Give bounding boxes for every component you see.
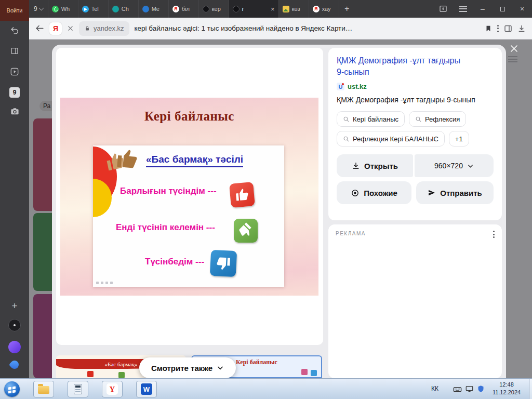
new-tab-button[interactable]: + xyxy=(339,0,355,18)
tab-site-1[interactable]: Ch xyxy=(109,0,139,18)
windows-taskbar: Y W КК 12:48 11.12.2024 xyxy=(0,378,532,399)
side-panel-icon[interactable] xyxy=(0,47,29,55)
start-button[interactable] xyxy=(4,381,20,397)
similar-button[interactable]: Похожие xyxy=(337,181,411,204)
thumbnail-detail xyxy=(301,369,308,375)
chevron-down-icon xyxy=(38,6,44,11)
search-icon xyxy=(415,116,422,123)
taskbar-yandex-button[interactable]: Y xyxy=(102,381,123,397)
tab-telegram[interactable]: Tel xyxy=(78,0,109,18)
related-queries: Кері байланыс Рефлексия Рефлекция Кері Б… xyxy=(337,111,494,147)
taskbar-calculator-button[interactable] xyxy=(68,381,88,397)
host-text: yandex.kz xyxy=(94,24,124,32)
resolution-select[interactable]: 960×720 xyxy=(415,154,494,177)
tab-close-icon[interactable]: × xyxy=(271,5,275,13)
services-icon[interactable] xyxy=(0,319,29,331)
chip-label: Рефлекция Кері БАЛАНЫС xyxy=(353,135,438,143)
image-viewer: Кері байланыс «Бас бармақ» тәсілі Барлығ… xyxy=(52,45,506,378)
maximize-button[interactable] xyxy=(493,0,512,18)
notifications-badge[interactable]: 9 xyxy=(0,87,29,98)
word-icon: W xyxy=(141,383,152,395)
tab-site-2[interactable]: Me xyxy=(139,0,169,18)
telegram-icon xyxy=(82,6,89,12)
folder-icon xyxy=(38,386,49,394)
related-query-chip[interactable]: Кері байланыс xyxy=(337,111,405,127)
chip-label: Кері байланыс xyxy=(353,115,398,123)
taskbar-word-button[interactable]: W xyxy=(136,381,157,397)
download-icon[interactable] xyxy=(517,24,526,33)
tab-label: кер xyxy=(212,6,221,12)
url-host-pill[interactable]: yandex.kz xyxy=(79,21,129,36)
back-button[interactable] xyxy=(35,24,44,33)
open-button[interactable]: Открыть xyxy=(337,154,413,177)
images-site-icon xyxy=(283,6,289,12)
tab-site-3[interactable]: кер xyxy=(199,0,229,18)
chevron-down-icon xyxy=(217,364,224,371)
search-icon xyxy=(343,136,350,142)
viewer-close-icon[interactable] xyxy=(509,44,519,54)
hamburger-menu-icon xyxy=(508,56,517,64)
thumbnail-detail xyxy=(311,370,317,376)
tab-label: Me xyxy=(152,6,159,12)
watermark-icons xyxy=(96,282,113,284)
tab-counter-button[interactable]: 9 xyxy=(29,0,48,18)
downloads-panel-icon[interactable] xyxy=(433,0,453,18)
chip-label: Рефлексия xyxy=(425,115,460,123)
show-desktop-button[interactable] xyxy=(529,379,532,399)
open-label: Открыть xyxy=(364,162,398,170)
tab-whatsapp[interactable]: Wh xyxy=(48,0,78,18)
download-icon xyxy=(352,162,360,170)
ad-menu-icon[interactable] xyxy=(493,231,495,238)
keyboard-icon[interactable] xyxy=(453,385,462,394)
tab-label: г xyxy=(242,6,244,12)
source-site-name: ust.kz xyxy=(348,83,367,90)
shield-icon[interactable] xyxy=(477,385,485,393)
related-query-chip[interactable]: Рефлекция Кері БАЛАНЫС xyxy=(337,131,445,147)
display-icon[interactable] xyxy=(466,385,473,393)
related-query-chip[interactable]: Рефлексия xyxy=(409,111,466,127)
tab-yandex-2[interactable]: хау xyxy=(309,0,339,18)
bookmark-icon[interactable] xyxy=(485,25,492,32)
tab-images[interactable]: көз xyxy=(279,0,309,18)
more-options-icon[interactable] xyxy=(497,25,499,32)
viewed-image[interactable]: Кері байланыс «Бас бармақ» тәсілі Барлығ… xyxy=(60,98,318,296)
return-icon[interactable] xyxy=(0,26,29,35)
image-info-panel: ҚМЖ Демография -ұлт тағдыры 9-сынып U us… xyxy=(328,48,502,220)
yandex-logo-icon[interactable]: Я xyxy=(49,22,62,35)
tab-active[interactable]: г× xyxy=(229,0,279,18)
resolution-value: 960×720 xyxy=(434,162,463,170)
share-button[interactable]: Отправить xyxy=(416,181,494,204)
result-title-link[interactable]: ҚМЖ Демография -ұлт тағдыры 9-сынып xyxy=(337,55,461,78)
login-button[interactable]: Войти xyxy=(0,0,29,21)
thumb-down-icon xyxy=(210,250,237,277)
clock[interactable]: 12:48 11.12.2024 xyxy=(487,381,526,396)
collections-icon[interactable] xyxy=(504,24,512,33)
thumbnail-detail xyxy=(118,372,125,378)
tab-label: көз xyxy=(292,6,300,12)
taskbar-explorer-button[interactable] xyxy=(33,381,54,397)
browser-menu-icon[interactable] xyxy=(453,0,473,18)
tab-yandex-1[interactable]: біл xyxy=(169,0,199,18)
ad-card: РЕКЛАМА xyxy=(328,224,502,378)
dark-site-icon xyxy=(203,6,209,12)
yandex-browser-icon: Y xyxy=(107,383,118,395)
window-close-button[interactable]: × xyxy=(512,0,532,18)
screenshot-camera-icon[interactable] xyxy=(0,107,29,116)
assistant-icon[interactable] xyxy=(0,341,29,353)
messenger-icon[interactable] xyxy=(0,361,29,369)
related-query-more-chip[interactable]: +1 xyxy=(449,131,469,147)
source-site-link[interactable]: U ust.kz xyxy=(337,83,494,90)
minimize-button[interactable]: – xyxy=(473,0,493,18)
language-indicator[interactable]: КК xyxy=(431,385,438,392)
add-panel-icon[interactable]: + xyxy=(0,300,29,312)
chip-label: +1 xyxy=(455,135,463,143)
ad-label: РЕКЛАМА xyxy=(336,231,366,236)
whatsapp-icon xyxy=(52,6,59,12)
stop-loading-icon[interactable] xyxy=(67,25,74,32)
slide-row-label: Енді түсініп келемін --- xyxy=(116,222,215,233)
lock-icon xyxy=(84,25,90,32)
see-also-button[interactable]: Смотрите также xyxy=(139,357,236,378)
see-also-label: Смотрите также xyxy=(151,364,212,373)
slide-row-label: Барлығын түсіндім --- xyxy=(120,186,217,196)
video-icon[interactable] xyxy=(0,68,29,76)
